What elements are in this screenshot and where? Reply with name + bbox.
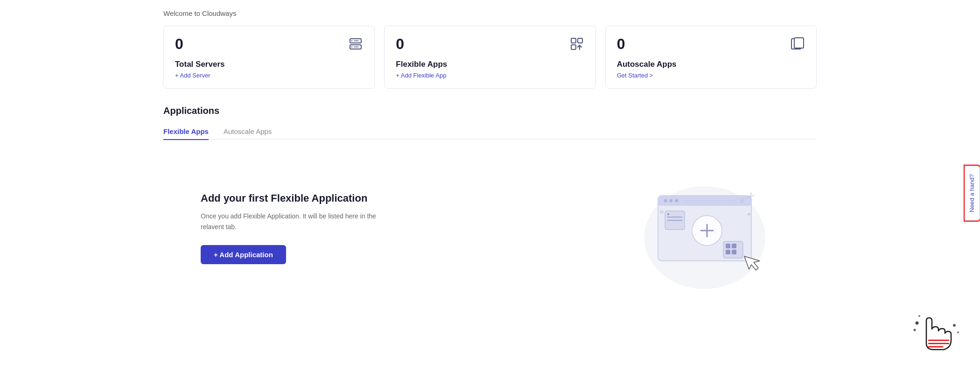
- autoscale-icon: [790, 36, 805, 53]
- svg-rect-29: [726, 250, 730, 254]
- welcome-text: Welcome to Cloudways: [163, 9, 817, 17]
- stats-row: 0 Total Servers + Add Server 0: [163, 26, 817, 89]
- cursor-hand-icon: [905, 297, 966, 358]
- tab-flexible-apps[interactable]: Flexible Apps: [163, 124, 209, 140]
- svg-point-16: [670, 199, 673, 203]
- svg-point-41: [916, 322, 919, 325]
- tab-autoscale-apps[interactable]: Autoscale Apps: [224, 124, 272, 140]
- tabs-row: Flexible Apps Autoscale Apps: [163, 123, 817, 140]
- applications-section: Applications Flexible Apps Autoscale App…: [163, 105, 817, 317]
- svg-point-44: [953, 324, 956, 327]
- svg-line-36: [750, 193, 751, 197]
- flexible-apps-label: Flexible Apps: [396, 60, 584, 69]
- flexible-apps-number: 0: [396, 36, 404, 51]
- flexible-icon: [569, 36, 584, 53]
- svg-point-3: [351, 46, 352, 47]
- empty-state-title: Add your first Flexible Application: [201, 192, 397, 204]
- svg-point-22: [667, 213, 669, 215]
- svg-rect-6: [571, 38, 576, 43]
- svg-rect-10: [794, 38, 804, 48]
- stat-card-flexible-apps: 0 Flexible Apps + Add Flexible App: [384, 26, 595, 89]
- svg-point-15: [664, 199, 667, 203]
- empty-state-description: Once you add Flexible Application. It wi…: [201, 211, 397, 232]
- stat-card-autoscale-apps: 0 Autoscale Apps Get Started >: [605, 26, 817, 89]
- svg-rect-8: [571, 45, 576, 49]
- svg-point-42: [914, 329, 916, 331]
- empty-state: Add your first Flexible Application Once…: [163, 140, 817, 317]
- svg-point-43: [918, 315, 920, 317]
- svg-point-17: [675, 199, 679, 203]
- get-started-link[interactable]: Get Started >: [617, 72, 805, 79]
- add-server-link[interactable]: + Add Server: [175, 72, 363, 79]
- empty-state-illustration: [630, 168, 779, 289]
- server-icon: [348, 36, 363, 53]
- svg-point-45: [957, 331, 959, 333]
- empty-state-content: Add your first Flexible Application Once…: [201, 192, 397, 264]
- total-servers-label: Total Servers: [175, 60, 363, 69]
- autoscale-apps-number: 0: [617, 36, 625, 51]
- svg-point-33: [740, 199, 744, 204]
- add-application-button[interactable]: + Add Application: [201, 245, 286, 264]
- svg-rect-30: [732, 250, 736, 254]
- svg-point-2: [351, 40, 352, 41]
- add-flexible-app-link[interactable]: + Add Flexible App: [396, 72, 584, 79]
- total-servers-number: 0: [175, 36, 183, 51]
- svg-rect-7: [578, 38, 582, 43]
- svg-line-37: [750, 196, 754, 197]
- need-a-hand-sidebar[interactable]: Need a hand?: [965, 166, 980, 221]
- svg-rect-27: [726, 244, 730, 248]
- svg-rect-28: [732, 244, 736, 248]
- autoscale-apps-label: Autoscale Apps: [617, 60, 805, 69]
- svg-point-32: [660, 210, 664, 214]
- stat-card-total-servers: 0 Total Servers + Add Server: [163, 26, 375, 89]
- applications-title: Applications: [163, 105, 817, 116]
- svg-point-34: [748, 213, 750, 216]
